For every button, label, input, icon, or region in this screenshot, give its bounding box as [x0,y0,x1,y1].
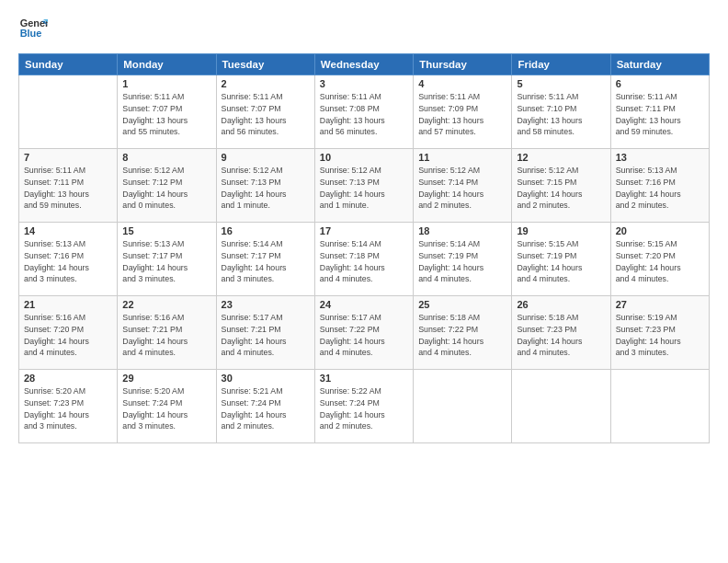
calendar-cell: 9Sunrise: 5:12 AMSunset: 7:13 PMDaylight… [216,149,314,223]
calendar-cell: 24Sunrise: 5:17 AMSunset: 7:22 PMDayligh… [314,296,413,370]
day-number: 6 [616,78,704,89]
calendar-body: 1Sunrise: 5:11 AMSunset: 7:07 PMDaylight… [19,75,710,443]
calendar-cell: 29Sunrise: 5:20 AMSunset: 7:24 PMDayligh… [118,370,216,443]
day-info: Sunrise: 5:11 AMSunset: 7:09 PMDaylight:… [418,91,506,138]
day-info: Sunrise: 5:17 AMSunset: 7:21 PMDaylight:… [222,312,310,359]
day-info: Sunrise: 5:14 AMSunset: 7:17 PMDaylight:… [222,238,310,285]
calendar-cell: 17Sunrise: 5:14 AMSunset: 7:18 PMDayligh… [314,223,413,296]
calendar-week-row: 28Sunrise: 5:20 AMSunset: 7:23 PMDayligh… [19,370,710,443]
logo: General Blue [18,15,48,44]
day-number: 5 [517,78,605,89]
calendar-cell: 6Sunrise: 5:11 AMSunset: 7:11 PMDaylight… [610,75,709,149]
logo-icon: General Blue [18,15,48,44]
day-info: Sunrise: 5:11 AMSunset: 7:11 PMDaylight:… [24,165,112,212]
calendar-cell: 18Sunrise: 5:14 AMSunset: 7:19 PMDayligh… [414,223,512,296]
svg-text:Blue: Blue [20,28,42,39]
day-info: Sunrise: 5:12 AMSunset: 7:14 PMDaylight:… [418,165,506,212]
day-info: Sunrise: 5:13 AMSunset: 7:16 PMDaylight:… [616,165,704,212]
calendar-cell: 10Sunrise: 5:12 AMSunset: 7:13 PMDayligh… [314,149,413,223]
calendar-header-row: SundayMondayTuesdayWednesdayThursdayFrid… [19,54,710,75]
calendar-cell: 2Sunrise: 5:11 AMSunset: 7:07 PMDaylight… [216,75,314,149]
calendar-week-row: 7Sunrise: 5:11 AMSunset: 7:11 PMDaylight… [19,149,710,223]
calendar-table: SundayMondayTuesdayWednesdayThursdayFrid… [18,53,710,443]
day-info: Sunrise: 5:17 AMSunset: 7:22 PMDaylight:… [320,312,408,359]
calendar-day-header: Friday [512,54,610,75]
calendar-cell: 20Sunrise: 5:15 AMSunset: 7:20 PMDayligh… [610,223,709,296]
day-info: Sunrise: 5:22 AMSunset: 7:24 PMDaylight:… [320,385,408,432]
day-number: 28 [24,373,112,384]
day-number: 12 [517,152,605,163]
day-number: 4 [418,78,506,89]
day-number: 19 [517,225,605,236]
day-number: 22 [122,299,210,310]
calendar-cell: 21Sunrise: 5:16 AMSunset: 7:20 PMDayligh… [19,296,118,370]
day-info: Sunrise: 5:11 AMSunset: 7:11 PMDaylight:… [616,91,704,138]
calendar-cell: 23Sunrise: 5:17 AMSunset: 7:21 PMDayligh… [216,296,314,370]
day-info: Sunrise: 5:12 AMSunset: 7:15 PMDaylight:… [517,165,605,212]
day-number: 7 [24,152,112,163]
calendar-cell: 19Sunrise: 5:15 AMSunset: 7:19 PMDayligh… [512,223,610,296]
calendar-week-row: 14Sunrise: 5:13 AMSunset: 7:16 PMDayligh… [19,223,710,296]
day-number: 3 [320,78,408,89]
day-info: Sunrise: 5:18 AMSunset: 7:22 PMDaylight:… [418,312,506,359]
day-number: 29 [122,373,210,384]
day-info: Sunrise: 5:20 AMSunset: 7:23 PMDaylight:… [24,385,112,432]
calendar-cell: 11Sunrise: 5:12 AMSunset: 7:14 PMDayligh… [414,149,512,223]
calendar-cell: 15Sunrise: 5:13 AMSunset: 7:17 PMDayligh… [118,223,216,296]
day-info: Sunrise: 5:21 AMSunset: 7:24 PMDaylight:… [222,385,310,432]
day-info: Sunrise: 5:15 AMSunset: 7:20 PMDaylight:… [616,238,704,285]
calendar-cell: 7Sunrise: 5:11 AMSunset: 7:11 PMDaylight… [19,149,118,223]
header: General Blue [18,15,710,44]
day-info: Sunrise: 5:19 AMSunset: 7:23 PMDaylight:… [616,312,704,359]
day-number: 17 [320,225,408,236]
day-info: Sunrise: 5:11 AMSunset: 7:07 PMDaylight:… [222,91,310,138]
day-info: Sunrise: 5:13 AMSunset: 7:16 PMDaylight:… [24,238,112,285]
calendar-cell: 13Sunrise: 5:13 AMSunset: 7:16 PMDayligh… [610,149,709,223]
calendar-cell [610,370,709,443]
day-info: Sunrise: 5:16 AMSunset: 7:21 PMDaylight:… [122,312,210,359]
calendar-week-row: 21Sunrise: 5:16 AMSunset: 7:20 PMDayligh… [19,296,710,370]
day-number: 31 [320,373,408,384]
page: General Blue SundayMondayTuesdayWednesda… [0,0,728,563]
calendar-cell: 5Sunrise: 5:11 AMSunset: 7:10 PMDaylight… [512,75,610,149]
day-number: 10 [320,152,408,163]
calendar-day-header: Wednesday [314,54,413,75]
calendar-cell: 4Sunrise: 5:11 AMSunset: 7:09 PMDaylight… [414,75,512,149]
day-number: 9 [222,152,310,163]
day-info: Sunrise: 5:11 AMSunset: 7:08 PMDaylight:… [320,91,408,138]
day-info: Sunrise: 5:12 AMSunset: 7:13 PMDaylight:… [222,165,310,212]
day-number: 25 [418,299,506,310]
calendar-cell: 3Sunrise: 5:11 AMSunset: 7:08 PMDaylight… [314,75,413,149]
calendar-day-header: Tuesday [216,54,314,75]
day-number: 26 [517,299,605,310]
day-number: 1 [122,78,210,89]
day-info: Sunrise: 5:11 AMSunset: 7:07 PMDaylight:… [122,91,210,138]
calendar-cell [19,75,118,149]
calendar-cell [512,370,610,443]
day-number: 18 [418,225,506,236]
day-info: Sunrise: 5:14 AMSunset: 7:18 PMDaylight:… [320,238,408,285]
day-number: 23 [222,299,310,310]
day-number: 8 [122,152,210,163]
day-info: Sunrise: 5:15 AMSunset: 7:19 PMDaylight:… [517,238,605,285]
day-number: 16 [222,225,310,236]
calendar-cell: 28Sunrise: 5:20 AMSunset: 7:23 PMDayligh… [19,370,118,443]
day-number: 11 [418,152,506,163]
day-number: 24 [320,299,408,310]
day-number: 21 [24,299,112,310]
calendar-cell: 30Sunrise: 5:21 AMSunset: 7:24 PMDayligh… [216,370,314,443]
day-info: Sunrise: 5:20 AMSunset: 7:24 PMDaylight:… [122,385,210,432]
day-info: Sunrise: 5:13 AMSunset: 7:17 PMDaylight:… [122,238,210,285]
calendar-cell [414,370,512,443]
day-info: Sunrise: 5:18 AMSunset: 7:23 PMDaylight:… [517,312,605,359]
calendar-cell: 31Sunrise: 5:22 AMSunset: 7:24 PMDayligh… [314,370,413,443]
calendar-day-header: Saturday [610,54,709,75]
calendar-cell: 25Sunrise: 5:18 AMSunset: 7:22 PMDayligh… [414,296,512,370]
day-number: 30 [222,373,310,384]
calendar-cell: 8Sunrise: 5:12 AMSunset: 7:12 PMDaylight… [118,149,216,223]
day-info: Sunrise: 5:11 AMSunset: 7:10 PMDaylight:… [517,91,605,138]
calendar-cell: 12Sunrise: 5:12 AMSunset: 7:15 PMDayligh… [512,149,610,223]
calendar-cell: 22Sunrise: 5:16 AMSunset: 7:21 PMDayligh… [118,296,216,370]
calendar-day-header: Sunday [19,54,118,75]
calendar-cell: 26Sunrise: 5:18 AMSunset: 7:23 PMDayligh… [512,296,610,370]
